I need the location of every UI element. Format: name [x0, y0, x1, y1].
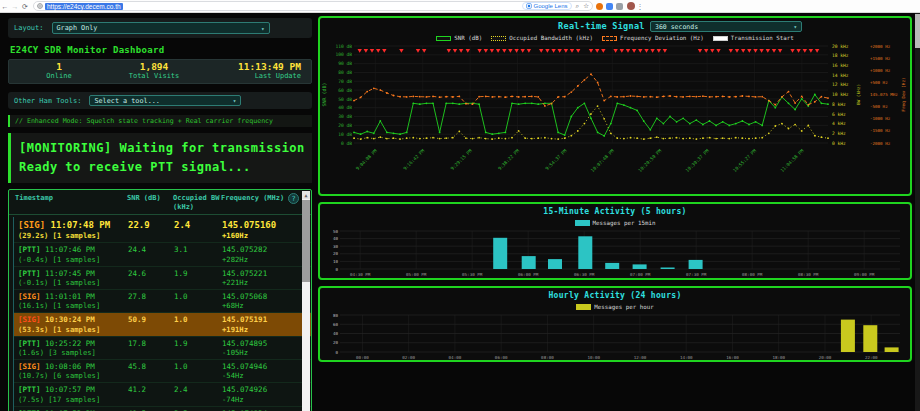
svg-text:-1500 Hz: -1500 Hz — [870, 128, 891, 133]
table-scrollbar-thumb[interactable] — [302, 200, 310, 282]
svg-text:-500 Hz: -500 Hz — [870, 104, 888, 109]
page-scrollbar-thumb[interactable] — [915, 14, 920, 48]
stat-total-visits: 1,894 Total Visits — [99, 62, 209, 80]
svg-text:12 kHz: 12 kHz — [832, 82, 849, 87]
realtime-signal-panel: Real-time Signal Data 360 seconds ▾ SNR … — [318, 16, 912, 196]
bookmark-star-icon[interactable]: ☆ — [583, 2, 589, 10]
svg-text:9:16:42 PM: 9:16:42 PM — [402, 148, 425, 171]
realtime-chart-title: Real-time Signal Data — [320, 18, 910, 31]
extension-icon-1[interactable] — [596, 3, 603, 10]
activity-15min-chart[interactable]: 0102030405004:30 PM05:00 PM05:30 PM06:00… — [320, 228, 908, 281]
svg-text:80: 80 — [333, 313, 339, 318]
url-text[interactable]: https://e24cy.decem.co.th — [45, 3, 123, 10]
legend-item-hourly[interactable]: Messages per hour — [576, 304, 653, 310]
svg-text:Freq Dev (Hz): Freq Dev (Hz) — [901, 77, 906, 111]
svg-text:50 dB: 50 dB — [338, 97, 352, 102]
svg-text:0: 0 — [335, 350, 338, 355]
scroll-up-icon[interactable]: ▲ — [302, 191, 310, 199]
hourly-activity-chart[interactable]: 02040608000:0002:0004:0006:0008:0010:001… — [320, 312, 908, 364]
svg-text:20 kHz: 20 kHz — [832, 44, 849, 49]
svg-text:10:55:27 PM: 10:55:27 PM — [732, 148, 757, 173]
svg-text:0 kHz: 0 kHz — [832, 141, 846, 146]
svg-text:07:30 PM: 07:30 PM — [686, 272, 707, 277]
svg-text:11:04:58 PM: 11:04:58 PM — [780, 148, 805, 173]
layout-select[interactable]: Graph Only ▾ — [52, 22, 270, 34]
site-info-icon[interactable] — [37, 3, 43, 9]
search-icon[interactable]: ⌕ — [576, 2, 580, 10]
svg-text:06:00 PM: 06:00 PM — [518, 272, 539, 277]
stats-panel: 1 Online 1,894 Total Visits 11:13:49 PM … — [8, 59, 312, 84]
browser-chrome: ← → ⟳ https://e24cy.decem.co.th Google L… — [0, 0, 920, 13]
svg-text:08:00: 08:00 — [541, 355, 554, 360]
reload-icon[interactable]: ⟳ — [20, 0, 30, 13]
time-range-value: 360 seconds — [655, 23, 698, 31]
monitoring-status-panel: [MONITORING] Waiting for transmission Re… — [8, 133, 312, 183]
svg-text:70 dB: 70 dB — [338, 79, 352, 84]
svg-text:10 dB: 10 dB — [338, 132, 352, 137]
table-row[interactable]: [PTT] 11:07:45 PM(-0.1s) [1 samples]24.6… — [14, 267, 311, 290]
svg-text:+500 Hz: +500 Hz — [870, 80, 888, 85]
svg-text:08:00 PM: 08:00 PM — [742, 272, 763, 277]
svg-text:-1000 Hz: -1000 Hz — [870, 116, 891, 121]
enhanced-mode-note: // Enhanced Mode: Squelch state tracking… — [8, 115, 312, 127]
monitoring-ready-line: Ready to receive PTT signal... — [19, 158, 304, 177]
legend-item-15min[interactable]: Messages per 15min — [575, 220, 656, 226]
extension-icon-2[interactable] — [606, 3, 613, 10]
svg-text:+1000 Hz: +1000 Hz — [870, 68, 891, 73]
chevron-down-icon: ▾ — [261, 25, 265, 32]
table-scrollbar[interactable]: ▲ ▼ — [302, 191, 310, 411]
activity-15min-panel: 15-Minute Activity (5 hours) Messages pe… — [318, 202, 912, 280]
table-row[interactable]: [PTT] 11:07:46 PM(-0.4s) [1 samples]24.4… — [14, 243, 311, 266]
legend-item-deviation[interactable]: Frequency Deviation (Hz) — [602, 35, 704, 41]
profile-avatar[interactable] — [627, 2, 635, 10]
svg-text:18:00: 18:00 — [772, 355, 785, 360]
time-range-select[interactable]: 360 seconds ▾ — [650, 21, 802, 32]
chevron-down-icon: ▾ — [793, 23, 797, 30]
svg-text:20:00: 20:00 — [819, 355, 832, 360]
table-row[interactable]: [PTT] 10:07:53 PM(2.7s) [3 samples]41.52… — [14, 407, 311, 411]
legend-item-bandwidth[interactable]: Occupied Bandwidth (kHz) — [491, 35, 593, 41]
svg-text:30 dB: 30 dB — [338, 114, 352, 119]
layout-control-bar: Layout: Graph Only ▾ — [8, 18, 312, 38]
table-row[interactable]: [SIG] 11:07:48 PM(29.2s) [1 samples]22.9… — [14, 217, 311, 243]
table-row[interactable]: [SIG] 10:08:06 PM(10.7s) [6 samples]45.8… — [14, 360, 311, 383]
table-row[interactable]: [PTT] 10:07:57 PM(7.5s) [17 samples]41.2… — [14, 383, 311, 406]
svg-text:90 dB: 90 dB — [338, 61, 352, 66]
legend-item-snr[interactable]: SNR (dB) — [436, 35, 482, 41]
svg-text:60 dB: 60 dB — [338, 88, 352, 93]
ham-tools-bar: Other Ham Tools: Select a tool... ▾ — [8, 92, 312, 109]
forward-icon[interactable]: → — [10, 0, 20, 13]
address-bar[interactable]: https://e24cy.decem.co.th Google Lens ⌕ … — [33, 1, 593, 11]
svg-text:30: 30 — [333, 244, 339, 249]
table-row[interactable]: [PTT] 10:25:22 PM(1.6s) [3 samples]17.81… — [14, 337, 311, 360]
svg-text:16:00: 16:00 — [726, 355, 739, 360]
hourly-activity-panel: Hourly Activity (24 hours) Messages per … — [318, 286, 912, 362]
svg-text:22:00: 22:00 — [865, 355, 878, 360]
svg-text:18 kHz: 18 kHz — [832, 53, 849, 58]
messages-15min-swatch — [575, 220, 590, 226]
svg-text:80 dB: 80 dB — [338, 70, 352, 75]
svg-text:20 dB: 20 dB — [338, 123, 352, 128]
stat-last-update: 11:13:49 PM Last Update — [209, 62, 301, 80]
google-lens-button[interactable]: Google Lens — [522, 2, 572, 10]
svg-text:9:54:37 PM: 9:54:37 PM — [545, 148, 568, 171]
svg-text:BW (kHz): BW (kHz) — [856, 84, 861, 105]
svg-text:10:00: 10:00 — [587, 355, 600, 360]
table-row[interactable]: [SIG] 11:01:01 PM(16.1s) [1 samples]27.8… — [14, 290, 311, 313]
svg-text:9:04:08 PM: 9:04:08 PM — [355, 148, 378, 171]
legend-item-tx-start[interactable]: Transmission Start — [713, 35, 794, 41]
browser-menu-icon[interactable]: ⋮ — [635, 0, 645, 13]
svg-text:10:20:50 PM: 10:20:50 PM — [637, 148, 662, 173]
col-bw: Occupied BW (kHz) — [173, 194, 221, 212]
extensions-puzzle-icon[interactable] — [616, 3, 623, 10]
charts-column: Real-time Signal Data 360 seconds ▾ SNR … — [318, 16, 912, 368]
svg-text:12:00: 12:00 — [634, 355, 647, 360]
table-row[interactable]: [SIG] 10:30:24 PM(53.3s) [1 samples]50.9… — [14, 313, 311, 336]
back-icon[interactable]: ← — [0, 0, 10, 13]
page-scrollbar[interactable] — [915, 13, 920, 411]
realtime-signal-chart[interactable]: 0 dB10 dB20 dB30 dB40 dB50 dB60 dB70 dB8… — [320, 43, 908, 191]
svg-text:2 kHz: 2 kHz — [832, 131, 846, 136]
ham-tools-select[interactable]: Select a tool... ▾ — [89, 95, 241, 106]
page-title: E24CY SDR Monitor Dashboard — [10, 45, 310, 55]
svg-text:6 kHz: 6 kHz — [832, 112, 846, 117]
